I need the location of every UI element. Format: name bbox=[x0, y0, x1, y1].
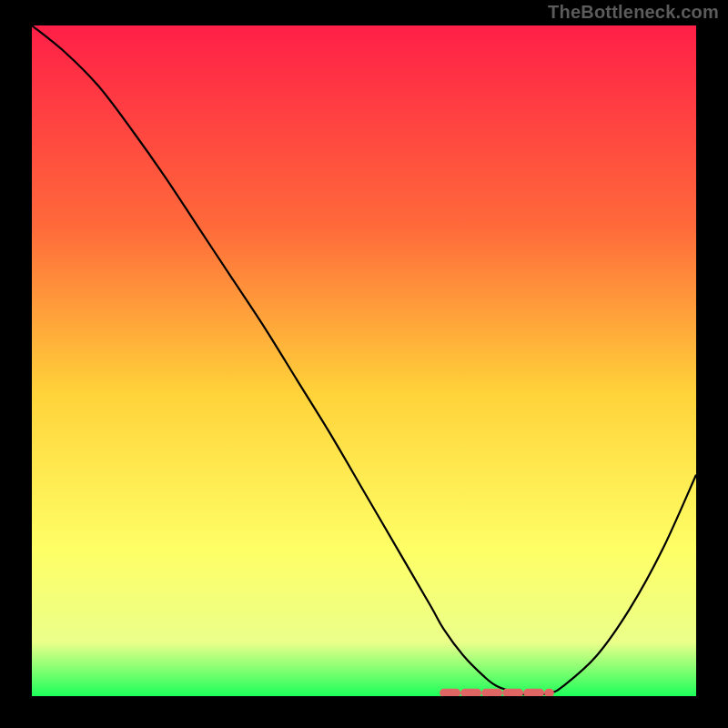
watermark-text: TheBottleneck.com bbox=[548, 2, 719, 23]
gradient-backdrop bbox=[32, 25, 696, 696]
chart-svg bbox=[32, 25, 696, 696]
plot-area bbox=[32, 25, 696, 696]
chart-container: TheBottleneck.com bbox=[0, 0, 728, 728]
